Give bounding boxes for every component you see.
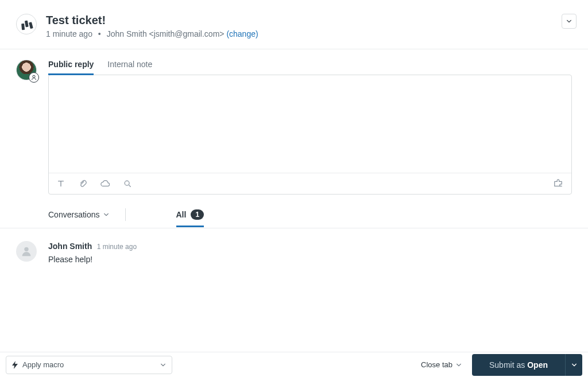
ticket-footer: Apply macro Close tab Submit as Open bbox=[0, 352, 588, 377]
header-meta: 1 minute ago • John Smith <jsmith@gmail.… bbox=[46, 29, 562, 38]
search-button[interactable] bbox=[123, 180, 131, 188]
svg-point-0 bbox=[33, 75, 35, 77]
conversation-filter-row: Conversations All 1 bbox=[0, 195, 588, 228]
agent-badge-icon bbox=[29, 72, 39, 83]
message-author: John Smith bbox=[48, 242, 92, 251]
vertical-separator bbox=[125, 208, 126, 221]
message-body: John Smith 1 minute ago Please help! bbox=[48, 241, 572, 264]
chevron-down-icon bbox=[566, 18, 572, 24]
header-actions-button[interactable] bbox=[562, 14, 577, 29]
search-icon bbox=[123, 180, 131, 188]
composer bbox=[48, 75, 572, 195]
message-row: John Smith 1 minute ago Please help! bbox=[0, 228, 588, 264]
close-tab-button[interactable]: Close tab bbox=[421, 360, 462, 369]
header-main: Test ticket! 1 minute ago • John Smith <… bbox=[46, 14, 562, 38]
submit-status: Open bbox=[527, 360, 548, 370]
apps-button[interactable] bbox=[553, 179, 563, 188]
requester-avatar[interactable] bbox=[16, 14, 37, 34]
ticket-header: Test ticket! 1 minute ago • John Smith <… bbox=[0, 0, 588, 49]
tab-public-reply[interactable]: Public reply bbox=[48, 60, 94, 75]
paperclip-icon bbox=[79, 180, 87, 188]
change-requester-link[interactable]: (change) bbox=[226, 29, 258, 38]
requester-name-email: John Smith <jsmith@gmail.com> bbox=[107, 29, 225, 38]
chevron-down-icon bbox=[103, 212, 109, 217]
puzzle-icon bbox=[553, 179, 563, 188]
reply-area: Public reply Internal note bbox=[0, 49, 588, 195]
ticket-time-ago: 1 minute ago bbox=[46, 29, 92, 38]
conversations-dropdown[interactable]: Conversations bbox=[48, 210, 109, 219]
chevron-down-icon bbox=[571, 362, 577, 368]
submit-prefix: Submit as bbox=[489, 360, 525, 370]
cloud-button[interactable] bbox=[100, 180, 110, 188]
submit-button[interactable]: Submit as Open bbox=[472, 354, 565, 376]
submit-dropdown-button[interactable] bbox=[565, 354, 582, 376]
lightning-icon bbox=[12, 361, 18, 369]
svg-point-1 bbox=[125, 181, 129, 185]
apply-macro-label: Apply macro bbox=[22, 360, 64, 369]
reply-right: Public reply Internal note bbox=[48, 60, 572, 195]
message-avatar[interactable] bbox=[16, 241, 37, 262]
conversations-label: Conversations bbox=[48, 210, 100, 219]
composer-toolbar bbox=[49, 173, 571, 194]
agent-avatar[interactable] bbox=[16, 60, 37, 80]
filter-tab-all[interactable]: All 1 bbox=[176, 209, 204, 227]
text-icon bbox=[57, 180, 65, 188]
meta-separator-icon: • bbox=[98, 29, 101, 38]
message-time: 1 minute ago bbox=[97, 243, 137, 251]
logo-icon bbox=[21, 20, 33, 28]
format-text-button[interactable] bbox=[57, 180, 65, 188]
chevron-down-icon bbox=[160, 362, 166, 368]
close-tab-label: Close tab bbox=[421, 360, 452, 369]
tab-internal-note[interactable]: Internal note bbox=[107, 60, 152, 75]
reply-tabs: Public reply Internal note bbox=[48, 60, 572, 75]
apply-macro-dropdown[interactable]: Apply macro bbox=[6, 356, 172, 374]
filter-all-count: 1 bbox=[191, 209, 204, 220]
submit-group: Submit as Open bbox=[472, 354, 582, 376]
user-icon bbox=[20, 245, 33, 258]
filter-all-label: All bbox=[176, 210, 187, 219]
message-text: Please help! bbox=[48, 255, 572, 264]
attach-file-button[interactable] bbox=[79, 180, 87, 188]
composer-textarea[interactable] bbox=[49, 75, 571, 173]
chevron-down-icon bbox=[456, 362, 462, 368]
ticket-title: Test ticket! bbox=[46, 14, 562, 27]
cloud-icon bbox=[100, 180, 110, 188]
svg-point-2 bbox=[24, 247, 28, 251]
